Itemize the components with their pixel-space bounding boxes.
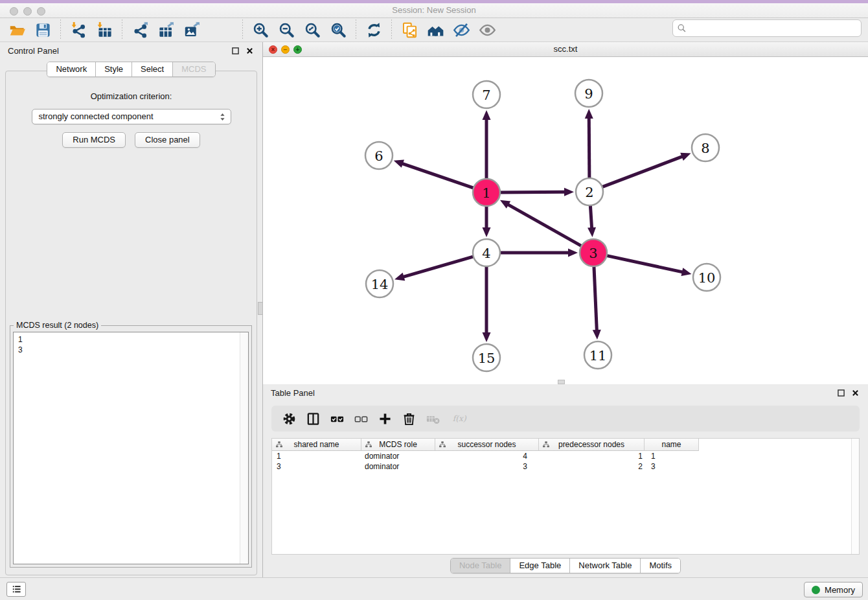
table-row[interactable]: 3dominator323	[272, 461, 859, 472]
import-table-icon[interactable]	[91, 19, 117, 41]
close-panel-button[interactable]: Close panel	[135, 132, 200, 148]
maximize-network-icon[interactable]: +	[293, 45, 302, 54]
node-3[interactable]: 3	[580, 239, 607, 266]
function-builder-icon: f(x)	[445, 408, 474, 429]
node-11[interactable]: 11	[584, 341, 611, 369]
toolbar-separator	[60, 19, 61, 40]
memory-button[interactable]: Memory	[804, 582, 863, 597]
node-7[interactable]: 7	[473, 81, 500, 108]
home-icon[interactable]	[422, 19, 448, 41]
apply-preferred-layout-icon[interactable]	[361, 19, 387, 41]
tab-mcds[interactable]: MCDS	[173, 62, 214, 76]
edge-4-14[interactable]	[394, 256, 475, 281]
cell[interactable]: 3	[645, 461, 699, 472]
cell[interactable]: 1	[645, 451, 699, 461]
search-input[interactable]	[672, 19, 862, 37]
edge-3-1[interactable]	[500, 200, 583, 247]
column-header-name[interactable]: name	[645, 439, 699, 451]
cell[interactable]: 1	[272, 451, 361, 461]
open-session-icon[interactable]	[4, 19, 30, 41]
zoom-fit-icon[interactable]	[299, 19, 325, 41]
show-all-icon[interactable]	[474, 19, 500, 41]
tab-style[interactable]: Style	[96, 62, 132, 76]
column-header-MCDS-role[interactable]: MCDS role	[361, 439, 435, 451]
node-10[interactable]: 10	[693, 264, 720, 291]
export-table-icon[interactable]	[153, 19, 179, 41]
edge-4-3[interactable]	[498, 249, 578, 257]
edge-1-4[interactable]	[483, 204, 491, 237]
save-session-icon[interactable]	[30, 19, 56, 41]
edge-4-15[interactable]	[483, 264, 491, 342]
result-item[interactable]: 1	[18, 334, 248, 345]
edge-3-11[interactable]	[593, 264, 601, 340]
tab-network-table[interactable]: Network Table	[570, 559, 641, 573]
cell[interactable]: dominator	[361, 451, 435, 461]
export-network-icon[interactable]	[127, 19, 153, 41]
zoom-out-icon[interactable]	[273, 19, 299, 41]
minimize-window-button[interactable]	[23, 7, 32, 16]
tab-node-table[interactable]: Node Table	[451, 559, 511, 573]
tab-motifs[interactable]: Motifs	[641, 559, 680, 573]
edge-2-3[interactable]	[588, 203, 596, 237]
close-window-button[interactable]	[10, 7, 18, 16]
deselect-all-checkboxes-icon[interactable]	[349, 408, 373, 429]
result-item[interactable]: 3	[18, 345, 248, 355]
cell[interactable]: 3	[435, 461, 539, 472]
select-all-checkboxes-icon[interactable]	[325, 408, 349, 429]
columns-icon[interactable]	[301, 408, 325, 429]
tab-edge-table[interactable]: Edge Table	[510, 559, 570, 573]
table-row[interactable]: 1dominator411	[272, 451, 859, 461]
table-scrollbar[interactable]	[851, 439, 859, 554]
vertical-splitter-grip[interactable]	[258, 302, 263, 315]
gear-icon[interactable]	[277, 408, 301, 429]
toolbar-separator	[242, 19, 243, 40]
close-panel-icon[interactable]	[244, 46, 255, 56]
node-2[interactable]: 2	[576, 178, 603, 205]
zoom-selected-icon[interactable]	[325, 19, 351, 41]
column-header-shared-name[interactable]: shared name	[272, 439, 361, 451]
node-6[interactable]: 6	[365, 142, 393, 169]
tab-network[interactable]: Network	[47, 62, 96, 76]
export-image-icon[interactable]	[179, 19, 205, 41]
run-mcds-button[interactable]: Run MCDS	[62, 132, 126, 148]
tab-select[interactable]: Select	[132, 62, 173, 76]
float-panel-icon[interactable]	[230, 46, 240, 56]
column-header-successor-nodes[interactable]: successor nodes	[435, 439, 539, 451]
cell[interactable]: dominator	[361, 461, 435, 472]
edge-2-9[interactable]	[585, 109, 593, 180]
result-scrollbar[interactable]	[240, 332, 248, 564]
network-canvas[interactable]: 7968124314101511	[263, 57, 868, 384]
edge-1-7[interactable]	[483, 110, 491, 181]
hide-selected-icon[interactable]	[448, 19, 474, 41]
minimize-network-icon[interactable]: −	[281, 45, 290, 54]
mcds-result-list[interactable]: 13	[13, 332, 249, 564]
edge-3-10[interactable]	[605, 255, 692, 276]
svg-text:7: 7	[482, 87, 490, 103]
horizontal-splitter-grip[interactable]	[558, 380, 565, 384]
cell[interactable]: 4	[435, 451, 539, 461]
cell[interactable]: 3	[272, 461, 361, 472]
node-14[interactable]: 14	[366, 270, 393, 297]
edge-1-6[interactable]	[394, 160, 475, 189]
cell[interactable]: 2	[539, 461, 645, 472]
maximize-window-button[interactable]	[37, 7, 45, 16]
node-4[interactable]: 4	[473, 239, 500, 266]
clone-network-icon[interactable]	[396, 19, 422, 41]
delete-row-icon[interactable]	[397, 408, 421, 429]
zoom-in-icon[interactable]	[247, 19, 273, 41]
close-network-icon[interactable]: ×	[269, 45, 277, 54]
cell[interactable]: 1	[539, 451, 645, 461]
edge-1-2[interactable]	[498, 188, 574, 196]
add-row-icon[interactable]	[373, 408, 397, 429]
node-8[interactable]: 8	[692, 134, 719, 161]
optimization-criterion-select[interactable]: strongly connected component	[32, 109, 231, 124]
node-1[interactable]: 1	[473, 179, 500, 206]
edge-2-8[interactable]	[600, 153, 691, 188]
import-network-icon[interactable]	[65, 19, 91, 41]
close-table-panel-icon[interactable]	[850, 388, 860, 398]
column-header-predecessor-nodes[interactable]: predecessor nodes	[539, 439, 645, 451]
node-15[interactable]: 15	[473, 344, 500, 371]
float-table-panel-icon[interactable]	[836, 388, 846, 398]
task-history-button[interactable]	[6, 582, 26, 597]
node-9[interactable]: 9	[575, 80, 602, 107]
